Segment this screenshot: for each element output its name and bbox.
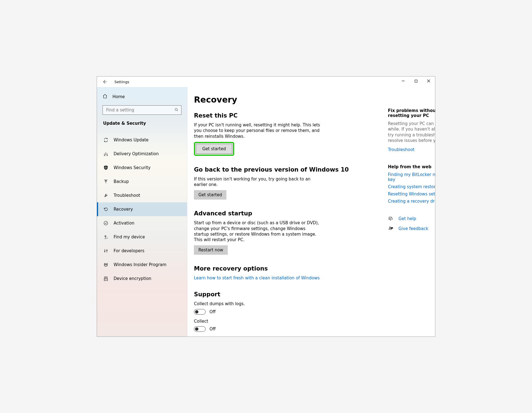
sidebar-item-recovery[interactable]: Recovery bbox=[97, 202, 187, 216]
sidebar-category-title: Update & Security bbox=[97, 121, 187, 130]
collect-toggle[interactable] bbox=[194, 326, 206, 332]
svg-rect-1 bbox=[415, 80, 417, 82]
home-label: Home bbox=[112, 94, 125, 99]
get-help-link: Get help bbox=[398, 216, 416, 221]
sidebar-item-windows-update[interactable]: Windows Update bbox=[97, 133, 187, 147]
insider-icon bbox=[103, 262, 109, 267]
dev-tools-icon bbox=[103, 248, 109, 254]
restart-now-button[interactable]: Restart now bbox=[194, 245, 228, 255]
sidebar-item-insider-program[interactable]: Windows Insider Program bbox=[97, 258, 187, 272]
sidebar-item-label: Troubleshoot bbox=[114, 193, 140, 198]
advanced-description: Start up from a device or disc (such as … bbox=[194, 220, 321, 243]
highlight-marker: Get started bbox=[194, 142, 234, 156]
collect-dumps-toggle[interactable] bbox=[194, 309, 206, 315]
sidebar-item-label: Activation bbox=[114, 221, 134, 226]
check-circle-icon bbox=[103, 220, 109, 226]
reset-heading: Reset this PC bbox=[194, 112, 355, 119]
svg-point-12 bbox=[106, 264, 107, 265]
give-feedback-row[interactable]: Give feedback bbox=[388, 226, 435, 231]
shield-icon bbox=[103, 165, 109, 170]
fix-description: Resetting your PC can take a while. If y… bbox=[388, 121, 435, 143]
settings-window: Settings Home Upd bbox=[97, 76, 435, 337]
help-link-restore-point[interactable]: Creating system restore point bbox=[388, 184, 435, 189]
sidebar-item-label: Windows Insider Program bbox=[114, 262, 167, 267]
minimize-button[interactable] bbox=[397, 77, 410, 85]
sidebar-item-backup[interactable]: Backup bbox=[97, 175, 187, 188]
wrench-icon bbox=[103, 193, 109, 198]
section-reset-pc: Reset this PC If your PC isn't running w… bbox=[194, 112, 355, 156]
find-device-icon bbox=[103, 234, 109, 240]
sidebar: Home Update & Security Windows Update bbox=[97, 87, 187, 336]
close-button[interactable] bbox=[422, 77, 435, 85]
sidebar-item-label: Windows Security bbox=[114, 165, 150, 170]
collect-state: Off bbox=[209, 327, 216, 332]
svg-rect-14 bbox=[104, 277, 108, 279]
sidebar-item-troubleshoot[interactable]: Troubleshoot bbox=[97, 188, 187, 202]
maximize-button[interactable] bbox=[410, 77, 422, 85]
svg-point-15 bbox=[390, 227, 391, 228]
search-container bbox=[97, 105, 187, 121]
collect-label: Collect bbox=[194, 318, 321, 324]
svg-line-2 bbox=[427, 80, 430, 82]
search-box[interactable] bbox=[103, 105, 181, 115]
support-heading: Support bbox=[194, 291, 355, 298]
svg-point-6 bbox=[104, 221, 108, 225]
sidebar-item-activation[interactable]: Activation bbox=[97, 216, 187, 230]
delivery-icon bbox=[103, 151, 109, 157]
svg-point-4 bbox=[175, 108, 177, 110]
fresh-install-link[interactable]: Learn how to start fresh with a clean in… bbox=[194, 276, 320, 281]
titlebar: Settings bbox=[97, 77, 435, 87]
svg-point-7 bbox=[105, 236, 106, 237]
sidebar-item-label: Windows Update bbox=[114, 137, 149, 142]
collect-dumps-label: Collect dumps with logs. bbox=[194, 301, 321, 307]
sync-icon bbox=[103, 137, 109, 143]
content-column: Recovery Reset this PC If your PC isn't … bbox=[194, 95, 355, 336]
goback-get-started-button[interactable]: Get started bbox=[194, 190, 226, 200]
upload-icon bbox=[103, 179, 109, 184]
sidebar-item-label: Device encryption bbox=[114, 276, 151, 281]
recovery-icon bbox=[103, 206, 109, 212]
svg-line-3 bbox=[427, 80, 430, 82]
aside-column: Fix problems without resetting your PC R… bbox=[388, 95, 435, 336]
sidebar-item-label: Delivery Optimization bbox=[114, 151, 159, 156]
aside-actions-block: Get help Give feedback bbox=[388, 216, 435, 231]
sidebar-item-windows-security[interactable]: Windows Security bbox=[97, 161, 187, 175]
svg-point-11 bbox=[105, 264, 106, 265]
get-help-row[interactable]: Get help bbox=[388, 216, 435, 221]
sidebar-item-label: For developers bbox=[114, 248, 144, 253]
help-title: Help from the web bbox=[388, 164, 435, 169]
search-icon bbox=[175, 108, 178, 113]
more-heading: More recovery options bbox=[194, 265, 355, 272]
goback-heading: Go back to the previous version of Windo… bbox=[194, 166, 355, 173]
svg-point-10 bbox=[104, 264, 108, 267]
collect-dumps-state: Off bbox=[209, 309, 216, 314]
section-more-recovery: More recovery options Learn how to start… bbox=[194, 265, 355, 281]
page-title: Recovery bbox=[194, 95, 355, 104]
goback-description: If this version isn't working for you, t… bbox=[194, 176, 321, 188]
sidebar-item-for-developers[interactable]: For developers bbox=[97, 244, 187, 258]
section-go-back: Go back to the previous version of Windo… bbox=[194, 166, 355, 200]
home-nav[interactable]: Home bbox=[97, 94, 187, 105]
troubleshoot-link[interactable]: Troubleshoot bbox=[388, 147, 435, 152]
back-button[interactable] bbox=[102, 79, 108, 85]
fix-title: Fix problems without resetting your PC bbox=[388, 108, 435, 118]
sidebar-item-find-my-device[interactable]: Find my device bbox=[97, 230, 187, 244]
help-link-reset-settings[interactable]: Resetting Windows settings bbox=[388, 192, 435, 197]
home-icon bbox=[103, 94, 108, 100]
search-input[interactable] bbox=[106, 107, 171, 113]
lock-icon bbox=[103, 276, 109, 281]
chat-help-icon bbox=[388, 216, 393, 221]
window-controls bbox=[397, 77, 435, 85]
section-advanced-startup: Advanced startup Start up from a device … bbox=[194, 210, 355, 255]
svg-line-5 bbox=[177, 110, 178, 111]
sidebar-item-device-encryption[interactable]: Device encryption bbox=[97, 272, 187, 285]
reset-get-started-button[interactable]: Get started bbox=[196, 144, 232, 154]
main-content: Recovery Reset this PC If your PC isn't … bbox=[187, 87, 435, 336]
svg-point-8 bbox=[104, 251, 105, 252]
help-link-bitlocker[interactable]: Finding my BitLocker recovery key bbox=[388, 172, 435, 182]
help-link-recovery-drive[interactable]: Creating a recovery drive bbox=[388, 199, 435, 204]
feedback-icon bbox=[388, 226, 393, 231]
sidebar-item-delivery-optimization[interactable]: Delivery Optimization bbox=[97, 147, 187, 161]
reset-description: If your PC isn't running well, resetting… bbox=[194, 122, 321, 139]
sidebar-item-label: Find my device bbox=[114, 234, 145, 239]
